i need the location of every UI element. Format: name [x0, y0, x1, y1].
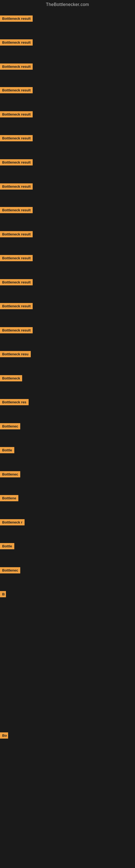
bottleneck-badge[interactable]: Bottleneck result — [0, 327, 33, 333]
bottleneck-badge[interactable]: Bottleneck result — [0, 207, 33, 213]
bottleneck-badge[interactable]: Bottleneck — [0, 375, 22, 381]
bottleneck-row: Bo — [0, 733, 8, 740]
bottleneck-row: Bottleneck result — [0, 207, 33, 214]
bottleneck-badge[interactable]: Bottlenec — [0, 423, 20, 429]
bottleneck-badge[interactable]: Bottleneck result — [0, 279, 33, 285]
bottleneck-row: Bottleneck result — [0, 279, 33, 286]
bottleneck-row: Bottlenec — [0, 423, 20, 431]
bottleneck-row: Bottleneck r — [0, 519, 25, 527]
bottleneck-badge[interactable]: Bottleneck result — [0, 39, 33, 45]
site-header: TheBottlenecker.com — [0, 0, 135, 9]
bottleneck-badge[interactable]: Bottleneck res — [0, 399, 29, 405]
bottleneck-row: Bottleneck res — [0, 399, 29, 406]
bottleneck-row: Bottleneck result — [0, 111, 33, 119]
bottleneck-badge[interactable]: Bottleneck result — [0, 303, 33, 309]
bottleneck-badge[interactable]: B — [0, 591, 6, 597]
bottleneck-badge[interactable]: Bottleneck result — [0, 255, 33, 261]
bottleneck-row: Bottleneck result — [0, 135, 33, 143]
bottleneck-row: Bottleneck result — [0, 327, 33, 335]
bottleneck-badge[interactable]: Bottleneck result — [0, 87, 33, 93]
bottleneck-badge[interactable]: Bottleneck result — [0, 63, 33, 70]
bottleneck-row: Bottlenec — [0, 471, 20, 478]
bottleneck-row: Bottleneck result — [0, 87, 33, 94]
bottleneck-row: Bottleneck result — [0, 303, 33, 310]
bottleneck-row: Bottleneck result — [0, 255, 33, 262]
bottleneck-row: Bottleneck result — [0, 183, 33, 191]
bottleneck-badge[interactable]: Bottleneck result — [0, 111, 33, 118]
bottleneck-badge[interactable]: Bottleneck result — [0, 231, 33, 237]
bottleneck-row: Bottlene — [0, 495, 18, 502]
bottleneck-row: Bottleneck result — [0, 231, 33, 239]
bottleneck-row: Bottleneck result — [0, 159, 33, 166]
bottleneck-badge[interactable]: Bottle — [0, 447, 14, 453]
bottleneck-badge[interactable]: Bottlenec — [0, 471, 20, 477]
bottleneck-badge[interactable]: Bottleneck r — [0, 519, 25, 525]
bottleneck-badge[interactable]: Bottle — [0, 543, 14, 549]
bottleneck-row: Bottlenec — [0, 567, 20, 575]
bottleneck-row: Bottleneck resu — [0, 351, 31, 358]
bottleneck-badge[interactable]: Bottleneck result — [0, 183, 33, 190]
bottleneck-badge[interactable]: Bottleneck resu — [0, 351, 31, 357]
bottleneck-row: Bottleneck result — [0, 63, 33, 71]
bottleneck-row: Bottleneck result — [0, 16, 33, 23]
site-title: TheBottlenecker.com — [0, 0, 135, 9]
bottleneck-badge[interactable]: Bottleneck result — [0, 159, 33, 165]
bottleneck-row: Bottleneck result — [0, 39, 33, 46]
bottleneck-badge[interactable]: Bottlenec — [0, 567, 20, 574]
bottleneck-badge[interactable]: Bottleneck result — [0, 16, 33, 22]
bottleneck-badge[interactable]: Bo — [0, 733, 8, 739]
bottleneck-badge[interactable]: Bottlene — [0, 495, 18, 501]
bottleneck-row: Bottleneck — [0, 375, 22, 382]
bottleneck-row: B — [0, 591, 6, 598]
bottleneck-badge[interactable]: Bottleneck result — [0, 135, 33, 141]
bottleneck-row: Bottle — [0, 543, 14, 550]
bottleneck-row: Bottle — [0, 447, 14, 454]
